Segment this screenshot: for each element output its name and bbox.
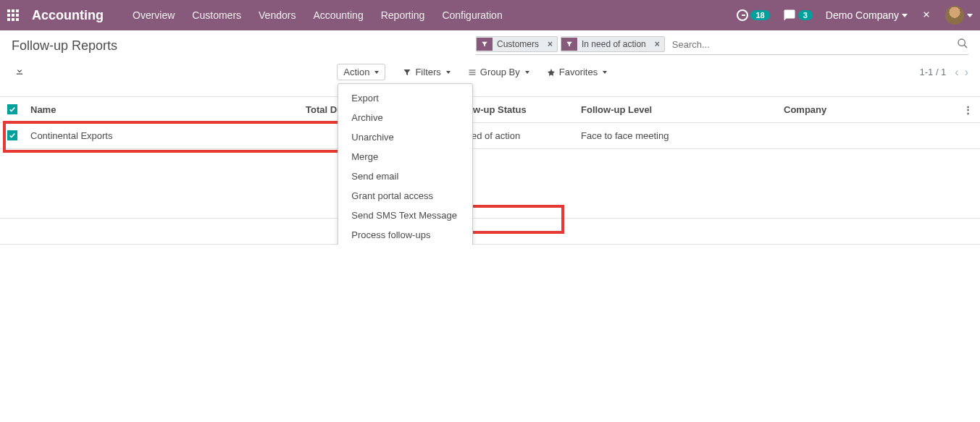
- filter-label: In need of action: [577, 37, 650, 51]
- filter-label: Customers: [493, 37, 543, 51]
- svg-point-0: [958, 39, 965, 46]
- caret-down-icon: [967, 14, 973, 17]
- nav-configuration[interactable]: Configuration: [442, 9, 502, 21]
- header-company[interactable]: Company: [778, 97, 921, 123]
- nav-customers[interactable]: Customers: [192, 9, 241, 21]
- action-button[interactable]: Action Export Archive Unarchive Merge Se…: [337, 64, 385, 80]
- row-select-cell: [0, 123, 25, 149]
- columns-menu-icon[interactable]: ⋮: [921, 97, 980, 123]
- table-header-row: Name Total Due Follow-up Status Follow-u…: [0, 97, 980, 123]
- caret-down-icon: [603, 71, 607, 74]
- filter-tag-action[interactable]: In need of action ×: [561, 36, 665, 52]
- cell-name: Continental Exports: [25, 123, 300, 149]
- favorites-button[interactable]: Favorites: [547, 67, 607, 77]
- list-icon: [468, 68, 477, 77]
- star-icon: [547, 68, 556, 77]
- filter-icon: [477, 38, 493, 51]
- cell-level: Face to face meeting: [575, 123, 778, 149]
- pager: 1-1 / 1: [919, 67, 946, 77]
- totals-row: 1,725.00: [0, 219, 980, 245]
- nav-vendors[interactable]: Vendors: [259, 9, 296, 21]
- action-send-email[interactable]: Send email: [338, 166, 472, 186]
- cell-company: [778, 123, 921, 149]
- nav-links: Overview Customers Vendors Accounting Re…: [133, 9, 503, 21]
- action-archive[interactable]: Archive: [338, 108, 472, 127]
- header-level[interactable]: Follow-up Level: [575, 97, 778, 123]
- app-brand[interactable]: Accounting: [32, 8, 104, 23]
- topnav-right: 18 3 Demo Company: [737, 6, 973, 25]
- filter-remove-icon[interactable]: ×: [650, 39, 664, 49]
- control-panel: Follow-up Reports Customers × In need of…: [0, 30, 980, 86]
- select-all-checkbox[interactable]: [7, 104, 17, 114]
- header-name[interactable]: Name: [25, 97, 300, 123]
- user-menu[interactable]: [945, 6, 973, 25]
- pager-arrows: ‹ ›: [955, 66, 968, 79]
- filters-button[interactable]: Filters: [403, 67, 450, 77]
- apps-icon[interactable]: [7, 9, 19, 21]
- action-send-sms[interactable]: Send SMS Text Message: [338, 206, 472, 225]
- company-switcher[interactable]: Demo Company: [826, 9, 908, 21]
- search-input[interactable]: [668, 37, 957, 52]
- table-row[interactable]: Continental Exports $ 1,725.00 In need o…: [0, 123, 980, 149]
- action-label: Action: [343, 67, 369, 77]
- followup-table: Name Total Due Follow-up Status Follow-u…: [0, 96, 980, 245]
- caret-down-icon: [374, 71, 379, 74]
- select-all-cell: [0, 97, 25, 123]
- groupby-label: Group By: [480, 67, 520, 77]
- activities-badge: 18: [750, 10, 769, 20]
- nav-accounting[interactable]: Accounting: [313, 9, 363, 21]
- filters-label: Filters: [415, 67, 440, 77]
- caret-down-icon: [902, 14, 908, 17]
- pager-next-icon[interactable]: ›: [965, 66, 968, 79]
- messages-button[interactable]: 3: [783, 9, 813, 22]
- page-title: Follow-up Reports: [12, 38, 117, 54]
- search-area: Customers × In need of action ×: [476, 36, 968, 55]
- action-export[interactable]: Export: [338, 88, 472, 108]
- clock-icon: [737, 9, 748, 21]
- chat-icon: [783, 9, 796, 22]
- action-process-followups[interactable]: Process follow-ups: [338, 225, 472, 245]
- row-checkbox[interactable]: [7, 130, 17, 140]
- filter-tag-customers[interactable]: Customers ×: [476, 36, 558, 52]
- messages-badge: 3: [798, 10, 813, 20]
- activities-button[interactable]: 18: [737, 9, 769, 21]
- filter-remove-icon[interactable]: ×: [543, 39, 557, 49]
- action-unarchive[interactable]: Unarchive: [338, 127, 472, 147]
- caret-down-icon: [446, 71, 451, 74]
- table-wrap: Name Total Due Follow-up Status Follow-u…: [0, 96, 980, 245]
- avatar: [945, 6, 964, 25]
- top-nav: Accounting Overview Customers Vendors Ac…: [0, 0, 980, 30]
- download-icon[interactable]: [14, 66, 25, 78]
- caret-down-icon: [525, 71, 529, 74]
- action-dropdown: Export Archive Unarchive Merge Send emai…: [338, 83, 473, 245]
- debug-icon[interactable]: [921, 9, 932, 22]
- groupby-button[interactable]: Group By: [468, 67, 529, 77]
- nav-overview[interactable]: Overview: [133, 9, 175, 21]
- filter-icon: [403, 68, 411, 77]
- action-merge[interactable]: Merge: [338, 147, 472, 166]
- filter-icon: [561, 38, 577, 51]
- search-icon[interactable]: [957, 38, 968, 51]
- company-label: Demo Company: [826, 9, 899, 21]
- nav-reporting[interactable]: Reporting: [381, 9, 425, 21]
- svg-line-1: [964, 45, 967, 48]
- spacer-row: [0, 149, 980, 219]
- favorites-label: Favorites: [559, 67, 598, 77]
- action-grant-portal[interactable]: Grant portal access: [338, 186, 472, 206]
- pager-prev-icon[interactable]: ‹: [955, 66, 958, 79]
